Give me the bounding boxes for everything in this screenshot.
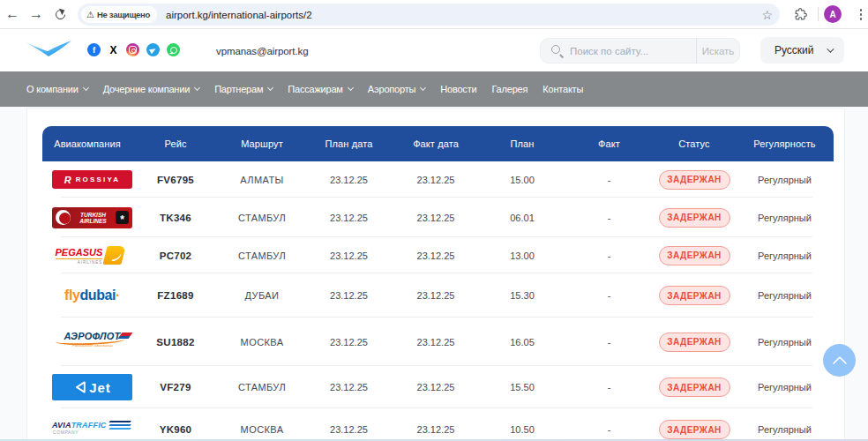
nav-item-passengers[interactable]: Пассажирам [288,84,352,94]
plan-date: 23.12.25 [305,250,393,261]
rossiya-logo: RROSSIYA [52,170,132,189]
table-row: Jet VF279 СТАМБУЛ 23.12.25 23.12.25 15.5… [42,366,834,408]
instagram-icon[interactable] [126,43,139,56]
search-placeholder[interactable]: Поиск по сайту... [570,46,696,56]
chevron-down-icon [83,85,89,91]
fact-date: 23.12.25 [393,175,479,185]
whatsapp-icon[interactable] [167,43,180,56]
nav-item-news[interactable]: Новости [440,84,476,94]
scroll-to-top-button[interactable] [823,344,856,377]
table-row: flydubai· FZ1689 ДУБАИ 23.12.25 23.12.25… [42,273,834,318]
url-text: airport.kg/international-airports/2 [166,10,312,20]
telegram-icon[interactable] [146,43,160,56]
language-selector[interactable]: Русский [760,37,844,64]
regularity: Регулярный [736,175,834,185]
facebook-icon[interactable]: f [87,43,101,56]
site-logo[interactable] [25,40,72,61]
fact-date: 23.12.25 [393,250,479,261]
flight-number: YK960 [132,424,219,435]
plan-date: 23.12.25 [305,337,393,348]
chevron-down-icon [827,45,834,52]
profile-avatar[interactable]: A [824,5,842,23]
chevron-down-icon [420,85,426,91]
table-row: АЭРОФЛОТРоссийские авиалинии SU1882 МОСК… [42,318,834,366]
fact-time: - [565,337,653,348]
turkish-airlines-logo: TURKISHAIRLINES* [52,207,132,228]
flight-number: VF279 [132,382,219,392]
nav-item-contacts[interactable]: Контакты [542,84,583,94]
flights-table: Авиакомпания Рейс Маршрут План дата Факт… [42,126,834,441]
content-panel: Авиакомпания Рейс Маршрут План дата Факт… [26,108,845,441]
col-fact: Факт [565,138,653,149]
security-chip[interactable]: ⚠ Не защищено [81,6,157,23]
status-badge: ЗАДЕРЖАН [659,170,730,190]
fact-date: 23.12.25 [393,337,479,348]
flight-number: FV6795 [132,175,219,185]
nav-item-about[interactable]: О компании [26,84,88,94]
language-label: Русский [774,44,814,56]
plan-time: 15.00 [479,175,565,185]
flight-number: SU1882 [132,337,219,348]
flight-number: TK346 [132,213,219,223]
status-badge: ЗАДЕРЖАН [659,333,730,352]
plan-time: 15.50 [479,382,565,392]
route: АЛМАТЫ [219,175,305,185]
plan-date: 23.12.25 [305,290,393,301]
nav-item-airports[interactable]: Аэропорты [368,84,426,94]
flight-number: PC702 [132,250,219,261]
fact-time: - [565,290,653,301]
status-badge: ЗАДЕРЖАН [659,208,730,228]
col-route: Маршрут [219,138,305,149]
ajet-logo: Jet [52,374,132,400]
menu-icon[interactable] [855,8,867,21]
plan-date: 23.12.25 [305,424,393,435]
site-header: f X vpmanas@airport.kg Поиск по сайту...… [0,30,868,71]
aeroflot-logo: АЭРОФЛОТРоссийские авиалинии [55,331,131,354]
extensions-icon[interactable] [795,8,807,24]
fact-time: - [565,213,653,223]
col-flight: Рейс [132,138,219,149]
fact-time: - [565,250,653,261]
col-plan: План [479,138,565,149]
status-badge: ЗАДЕРЖАН [659,286,730,305]
plan-time: 06.01 [479,213,565,223]
fact-time: - [565,175,653,185]
social-links: f X [87,43,180,56]
route: СТАМБУЛ [219,382,305,392]
fact-date: 23.12.25 [393,290,479,301]
nav-item-subsidiaries[interactable]: Дочерние компании [103,84,199,94]
fact-time: - [565,424,653,435]
plan-date: 23.12.25 [305,175,393,185]
regularity: Регулярный [736,382,834,392]
table-header: Авиакомпания Рейс Маршрут План дата Факт… [42,126,834,161]
status-badge: ЗАДЕРЖАН [659,420,730,439]
flight-number: FZ1689 [132,290,219,301]
toolbar-divider [818,7,819,21]
site-search[interactable]: Поиск по сайту... Искать [540,38,740,64]
table-row: PEGASUSAIRLINES PC702 СТАМБУЛ 23.12.25 2… [42,237,834,273]
plan-date: 23.12.25 [305,382,393,392]
regularity: Регулярный [736,424,834,435]
pegasus-logo: PEGASUSAIRLINES [56,245,130,266]
chevron-down-icon [267,85,273,91]
security-label: Не защищено [97,10,150,19]
contact-email[interactable]: vpmanas@airport.kg [216,46,308,56]
search-button[interactable]: Искать [697,46,739,56]
status-badge: ЗАДЕРЖАН [659,377,730,397]
regularity: Регулярный [736,250,834,261]
nav-item-gallery[interactable]: Галерея [491,84,528,94]
back-icon[interactable]: ← [2,0,23,28]
bookmark-star-icon[interactable]: ☆ [761,4,773,26]
plan-time: 16.05 [479,337,565,348]
nav-item-partners[interactable]: Партнерам [214,84,273,94]
x-twitter-icon[interactable]: X [108,43,119,56]
address-bar[interactable]: ⚠ Не защищено airport.kg/international-a… [78,4,780,26]
status-badge: ЗАДЕРЖАН [659,246,730,265]
fact-date: 23.12.25 [393,424,479,435]
browser-toolbar: ← → ⚠ Не защищено airport.kg/internation… [0,0,868,29]
chevron-down-icon [348,85,354,91]
chevron-down-icon [194,85,200,91]
forward-icon[interactable]: → [26,0,47,28]
reload-icon[interactable] [49,0,71,28]
fact-time: - [565,382,653,392]
